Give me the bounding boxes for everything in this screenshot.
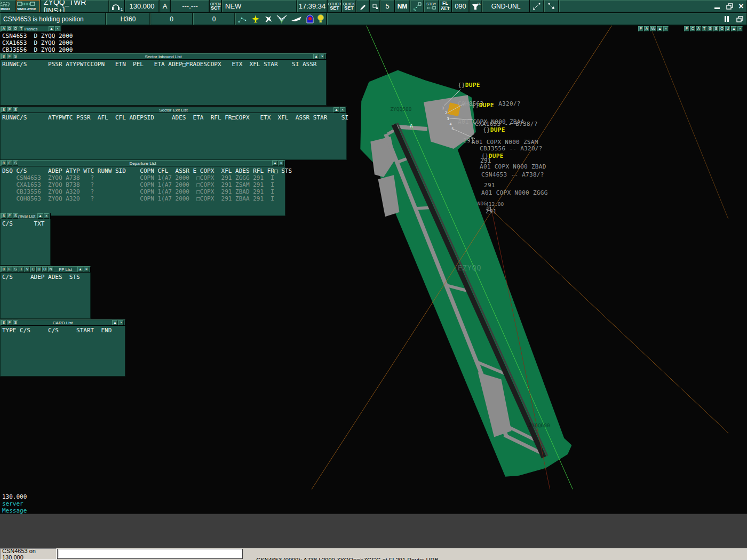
planes-close-button[interactable]: × [55, 26, 60, 31]
voice-toolbar-f[interactable]: F [638, 26, 643, 31]
correlation-button[interactable] [410, 0, 424, 12]
ctrl-toolbar-a[interactable]: A [696, 26, 701, 31]
inbound-list-titlebar[interactable]: 8 F S Sector Inbound List ▲ × [0, 53, 327, 60]
ctrl-toolbar-u[interactable]: U [725, 26, 730, 31]
command-input[interactable] [57, 549, 243, 559]
ctrl-toolbar-t[interactable]: T [702, 26, 707, 31]
fp-btn-c[interactable]: C [30, 267, 36, 272]
arrival-list-header[interactable]: C/S TXT [1, 219, 50, 227]
frequency-mode-button[interactable]: A [160, 0, 170, 12]
vector-tool-button[interactable] [530, 0, 544, 12]
fp-collapse-button[interactable]: ▲ [77, 267, 83, 272]
departure-btn-s[interactable]: S [13, 161, 18, 166]
fp-btn-s[interactable]: S [13, 267, 18, 272]
station-cell[interactable]: ZYQQ_TWR [INS+] [41, 0, 109, 12]
fp-btn-8[interactable]: 8 [1, 267, 6, 272]
departure-row[interactable]: CXA1653 ZYQQ B738 ? COPN 1(A7 2000 □COPX… [1, 181, 285, 188]
ctrl-toolbar-g[interactable]: G [708, 26, 713, 31]
inbound-collapse-button[interactable]: ▲ [313, 54, 319, 59]
marker-tool-button[interactable] [370, 0, 380, 12]
planes-row[interactable]: CBJ3556 D ZYQQ 2000 [2, 46, 73, 53]
pause-button[interactable] [721, 14, 732, 24]
yellow-aircraft-icon[interactable] [251, 14, 260, 24]
card-list-header[interactable]: TYPE C/S C/S START END [1, 326, 125, 334]
exit-close-button[interactable]: × [340, 107, 345, 113]
fp-btn-f[interactable]: F [7, 267, 12, 272]
fp-btn-n[interactable]: N [48, 267, 53, 272]
exit-btn-f[interactable]: F [7, 107, 12, 113]
minimize-button[interactable] [712, 1, 722, 11]
planes-btn-o[interactable]: O [13, 26, 18, 31]
ctrl-toolbar-collapse[interactable]: ▲ [731, 26, 737, 31]
card-close-button[interactable]: × [118, 320, 124, 325]
menu-button[interactable]: MENU [0, 0, 16, 12]
fp-list-header[interactable]: C/S ADEP ADES STS [1, 273, 90, 281]
fp-list-titlebar[interactable]: 8 F S I V C U O N FP List ▲ × [0, 266, 91, 273]
arrival-list-titlebar[interactable]: 8 F S Arrival List ▲ × [0, 213, 51, 219]
headset-button[interactable]: 1 [109, 0, 124, 12]
voice-toolbar-close[interactable]: × [663, 26, 669, 31]
simulator-button[interactable]: SIMULATOR [17, 0, 40, 12]
range-unit-button[interactable]: NM [395, 0, 410, 12]
lightbulb-icon[interactable] [317, 14, 324, 24]
shield-alert-icon[interactable] [306, 14, 314, 24]
aircraft-side-icon[interactable] [291, 15, 303, 23]
planes-btn-a[interactable]: A [1, 26, 6, 31]
voice-toolbar-vo[interactable]: Vo [650, 26, 656, 31]
altitude-filter-button[interactable]: FL [470, 0, 482, 12]
sim-speed-cell[interactable]: 0 [150, 13, 193, 25]
white-aircraft-icon[interactable] [264, 14, 273, 24]
exit-btn-s[interactable]: S [13, 107, 18, 113]
inbound-btn-f[interactable]: F [7, 54, 12, 59]
inbound-list-header[interactable]: RUNWC/S PSSR ATYPWTCCOPN ETN PEL ETA ADE… [1, 60, 326, 68]
departure-btn-8[interactable]: 8 [1, 161, 6, 166]
datablock-csn4653[interactable]: {}DUPE CSN4653 -- A738/? A01 COPX N000 Z… [481, 141, 548, 227]
quick-set-button[interactable]: QUICK SET [342, 0, 356, 12]
card-collapse-button[interactable]: ▲ [112, 320, 118, 325]
voice-toolbar-collapse[interactable]: ▲ [657, 26, 663, 31]
draw-tool-button[interactable] [356, 0, 369, 12]
departure-row[interactable]: CBJ3556 ZYQQ A320 ? COPN 1(A7 2000 □COPX… [1, 188, 285, 195]
ctrl-toolbar-close[interactable]: × [737, 26, 743, 31]
departure-collapse-button[interactable]: ▲ [272, 161, 278, 166]
inbound-btn-8[interactable]: 8 [1, 54, 6, 59]
restore-button[interactable] [724, 1, 735, 11]
departure-row[interactable]: CSN4653 ZYQQ A738 ? COPN 1(A7 2000 □COPX… [1, 174, 285, 181]
sim-heading-cell[interactable]: H360 [106, 13, 150, 25]
other-set-button[interactable]: OTHER SET [328, 0, 341, 12]
voice-toolbar-a[interactable]: A [644, 26, 649, 31]
close-button[interactable]: × [736, 1, 746, 11]
sector-file-cell[interactable]: NEW [222, 0, 297, 12]
planes-collapse-button[interactable]: ▲ [49, 26, 54, 31]
arrival-collapse-button[interactable]: ▲ [37, 213, 43, 219]
range-button[interactable]: 5 [380, 0, 394, 12]
altitude-band-cell[interactable]: GND-UNL [482, 0, 529, 12]
arrival-btn-s[interactable]: S [13, 213, 18, 219]
planes-list-titlebar[interactable]: A D O T Planes ▲ × [0, 26, 62, 32]
ctrl-toolbar-s[interactable]: S [713, 26, 719, 31]
fp-btn-v[interactable]: V [25, 267, 30, 272]
fp-close-button[interactable]: × [84, 267, 89, 272]
arrival-btn-f[interactable]: F [7, 213, 12, 219]
planes-row[interactable]: CXA1653 D ZYQQ 2000 [2, 39, 73, 46]
open-sct-button[interactable]: OPEN SCT [210, 0, 221, 12]
fp-btn-o[interactable]: O [42, 267, 47, 272]
secondary-frequency[interactable]: ---.--- [171, 0, 209, 12]
planes-btn-t[interactable]: T [19, 26, 24, 31]
exit-list-titlebar[interactable]: 8 F S Sector Exit List ▲ × [0, 107, 347, 113]
chat-line-server[interactable]: server [2, 500, 23, 507]
inbound-btn-s[interactable]: S [13, 54, 18, 59]
planes-btn-d[interactable]: D [7, 26, 12, 31]
exit-list-header[interactable]: RUNWC/S ATYPWTC PSSR AFL CFL ADEPSID ADE… [1, 113, 346, 121]
ctrl-toolbar-c[interactable]: C [690, 26, 695, 31]
card-list-titlebar[interactable]: 8 F S CARD List ▲ × [0, 319, 125, 326]
departure-close-button[interactable]: × [279, 161, 284, 166]
departure-row[interactable]: CQH8563 ZYQQ A320 ? COPN 1(A7 2000 □COPX… [1, 195, 285, 202]
departure-list-titlebar[interactable]: 8 F S Departure List ▲ × [0, 160, 285, 166]
transition-level-button[interactable]: 090 [452, 0, 469, 12]
clock[interactable]: 17:39:34 [297, 0, 327, 12]
route-points-icon[interactable] [237, 14, 248, 24]
chat-line-message[interactable]: Message [2, 507, 27, 514]
heading-tool-button[interactable] [544, 0, 559, 12]
fp-btn-i[interactable]: I [19, 267, 24, 272]
